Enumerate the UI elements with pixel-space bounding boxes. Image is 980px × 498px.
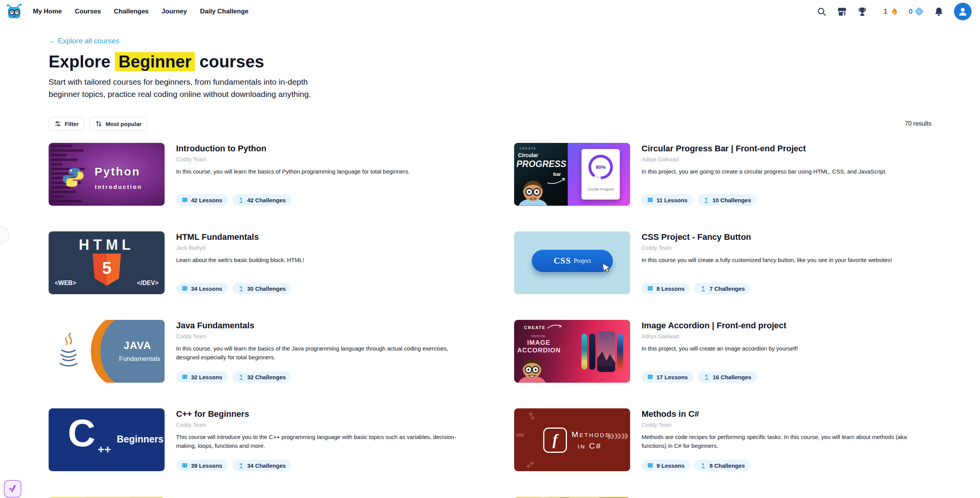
sort-button[interactable]: Most popular xyxy=(90,117,147,131)
top-navbar: My Home Courses Challenges Journey Daily… xyxy=(0,0,980,23)
flag-icon xyxy=(703,374,710,380)
course-thumbnail[interactable]: CREATE Verticle IMAGE ACCORDION xyxy=(514,320,630,383)
lessons-label: 39 Lessons xyxy=(191,462,222,469)
book-icon xyxy=(181,285,188,292)
user-avatar[interactable] xyxy=(954,3,972,20)
challenges-label: 42 Challenges xyxy=(247,197,286,203)
back-to-all-courses-link[interactable]: ← Explore all courses xyxy=(49,37,119,45)
cartoon-face-illustration xyxy=(515,179,560,206)
coddy-logo[interactable] xyxy=(5,3,23,20)
course-thumbnail[interactable]: Python Introduction xyxy=(49,143,165,206)
course-author: Aditya Gaikwad xyxy=(642,156,931,162)
thumb-dev-text: </DEV> xyxy=(137,280,158,287)
course-card[interactable]: Python Introduction Introduction to Pyth… xyxy=(49,143,466,206)
progress-card: 90% Circular Progress xyxy=(581,149,620,200)
cursor-icon xyxy=(601,261,613,274)
course-badges: 11 Lessons 10 Challenges xyxy=(642,194,931,206)
feedback-widget-button[interactable] xyxy=(4,480,21,498)
course-card[interactable]: CSS Project CSS Project - Fancy Button C… xyxy=(514,231,931,294)
course-card[interactable]: CREATE Verticle IMAGE ACCORDION xyxy=(514,320,931,383)
page-title: Explore Beginner courses xyxy=(49,52,931,71)
course-title[interactable]: CSS Project - Fancy Button xyxy=(642,232,931,242)
thumb-subtitle-text: Fundamentals xyxy=(119,355,160,363)
course-title[interactable]: HTML Fundamentals xyxy=(176,232,466,242)
course-thumbnail[interactable]: JAVA Fundamentals xyxy=(49,320,165,383)
trophy-icon[interactable] xyxy=(857,7,867,17)
course-thumbnail[interactable]: HTML 5 <WEB> </DEV> xyxy=(49,231,165,294)
course-title[interactable]: Java Fundamentals xyxy=(176,321,466,331)
book-icon xyxy=(647,197,653,203)
course-thumbnail[interactable]: »» »» »»» »» f Methods in C# xyxy=(514,408,630,471)
java-logo-icon xyxy=(55,331,82,371)
html5-shield-icon: 5 xyxy=(93,254,121,286)
course-badges: 9 Lessons 8 Challenges xyxy=(642,460,931,471)
flag-icon xyxy=(238,197,244,203)
course-card[interactable]: C ++ Beginners C++ for Beginners Coddy T… xyxy=(49,408,466,471)
gems-counter[interactable]: 0 xyxy=(908,7,924,16)
flag-icon xyxy=(700,462,706,469)
challenges-label: 30 Challenges xyxy=(247,285,286,292)
lessons-label: 8 Lessons xyxy=(657,285,684,292)
course-title[interactable]: Introduction to Python xyxy=(176,144,466,154)
lessons-badge: 17 Lessons xyxy=(642,371,693,383)
course-card[interactable]: JAVA Fundamentals Java Fundamentals Codd… xyxy=(49,320,466,383)
notifications-bell-icon[interactable] xyxy=(934,7,944,17)
course-description: In this project, you are going to create… xyxy=(642,167,925,176)
fancy-button-illustration: CSS Project xyxy=(532,250,613,272)
nav-item-my-home[interactable]: My Home xyxy=(33,8,62,15)
course-badges: 39 Lessons 34 Challenges xyxy=(176,460,466,471)
challenges-badge: 34 Challenges xyxy=(232,460,291,471)
course-thumbnail[interactable]: CREATE Circular PROGRESS bar xyxy=(514,143,630,206)
course-title[interactable]: Methods in C# xyxy=(642,409,931,419)
nav-item-challenges[interactable]: Challenges xyxy=(114,8,149,15)
thumb-subtitle-text: Introduction xyxy=(95,183,142,190)
nav-item-journey[interactable]: Journey xyxy=(162,8,187,15)
filter-button[interactable]: Filter xyxy=(49,117,84,131)
course-author: Coddy Team xyxy=(642,245,931,251)
nav-item-daily-challenge[interactable]: Daily Challenge xyxy=(200,8,248,15)
accordion-strip-expanded xyxy=(597,331,615,372)
course-author: Coddy Team xyxy=(176,156,466,162)
book-icon xyxy=(181,197,188,203)
course-card[interactable]: CREATE Circular PROGRESS bar xyxy=(514,143,931,206)
thumb-title-text: HTML xyxy=(49,237,165,253)
accordion-strip xyxy=(589,334,595,370)
thumb-title-text: Python xyxy=(95,165,140,178)
sort-arrows-icon xyxy=(95,120,103,128)
title-pre: Explore xyxy=(49,52,110,71)
thumb-left-panel: CREATE Circular PROGRESS bar xyxy=(514,143,568,206)
search-icon[interactable] xyxy=(817,7,827,17)
shop-icon[interactable] xyxy=(837,7,847,17)
main-content: ← Explore all courses Explore Beginner c… xyxy=(0,23,980,498)
course-title[interactable]: Circular Progress Bar | Front-end Projec… xyxy=(642,144,931,154)
streak-counter[interactable]: 1 xyxy=(884,7,899,16)
main-nav: My Home Courses Challenges Journey Daily… xyxy=(33,8,248,15)
flag-icon xyxy=(703,197,709,203)
course-title[interactable]: Image Accordion | Front-end project xyxy=(642,321,931,331)
course-badges: 17 Lessons 16 Challenges xyxy=(642,371,931,383)
accordion-strip xyxy=(617,334,623,370)
progress-ring: 90% xyxy=(588,155,613,179)
lessons-label: 17 Lessons xyxy=(657,374,688,380)
course-description: This course will introduce you to the C+… xyxy=(176,433,466,450)
course-card[interactable]: HTML 5 <WEB> </DEV> HTML Fundamentals Ja… xyxy=(49,231,466,294)
thumb-c-text: C xyxy=(68,414,95,452)
course-thumbnail[interactable]: CSS Project xyxy=(514,231,630,294)
sort-label: Most popular xyxy=(106,121,142,127)
lessons-label: 42 Lessons xyxy=(191,197,222,203)
flame-icon xyxy=(889,7,898,16)
results-count: 70 results xyxy=(905,120,931,127)
course-thumbnail[interactable]: C ++ Beginners xyxy=(49,408,165,471)
course-grid: Python Introduction Introduction to Pyth… xyxy=(49,143,931,498)
toolbar: Filter Most popular 70 results xyxy=(49,117,931,131)
cartoon-face-illustration xyxy=(515,357,558,383)
course-card[interactable]: »» »» »»» »» f Methods in C# Methods in … xyxy=(514,408,931,471)
course-badges: 32 Lessons 32 Challenges xyxy=(176,371,466,383)
lessons-badge: 34 Lessons xyxy=(176,283,228,294)
course-title[interactable]: C++ for Beginners xyxy=(176,409,466,419)
nav-item-courses[interactable]: Courses xyxy=(75,8,101,15)
flag-icon xyxy=(238,285,244,292)
course-author: Coddy Team xyxy=(176,333,466,339)
function-box-icon: f xyxy=(543,428,567,453)
page-subtitle: Start with tailored courses for beginner… xyxy=(49,76,334,100)
